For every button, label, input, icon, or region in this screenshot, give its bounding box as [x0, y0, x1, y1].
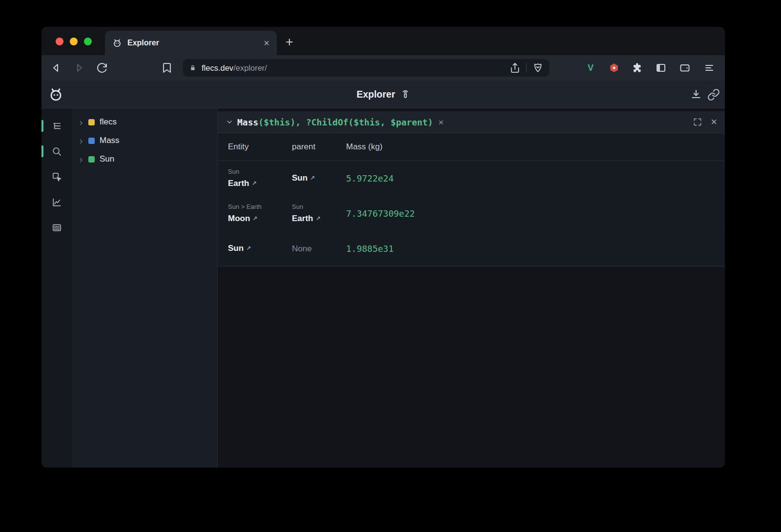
rail-tab-charts[interactable] — [41, 189, 72, 215]
parent-link-label: Sun — [292, 172, 308, 184]
vue-devtools-icon[interactable]: V — [585, 62, 596, 74]
url-bar[interactable]: flecs.dev/explorer/ — [183, 59, 549, 77]
parent-link[interactable]: Earth↗ — [292, 213, 321, 225]
table-row: Sun > EarthMoon↗SunEarth↗7.34767309e22 — [218, 196, 725, 231]
tree-item[interactable]: flecs — [72, 113, 217, 131]
entity-color-swatch — [88, 156, 95, 163]
rail-tab-entity-tree[interactable] — [41, 113, 72, 139]
tree-item-label: Sun — [100, 154, 114, 164]
zoom-window-button[interactable] — [84, 38, 92, 45]
rail-tab-inspector[interactable] — [41, 164, 72, 189]
desktop-background: Explorer × + — [0, 0, 781, 532]
line-chart-icon — [51, 197, 62, 208]
url-path: /explorer/ — [233, 63, 267, 72]
query-text[interactable]: Mass($this), ?ChildOf($this, $parent) — [237, 117, 433, 127]
tree-item[interactable]: Sun — [72, 150, 217, 168]
external-link-arrow-icon: ↗ — [252, 213, 257, 225]
tree-outline-icon — [51, 121, 62, 132]
expand-chevron-icon[interactable] — [78, 138, 84, 143]
entity-path: Sun — [292, 202, 346, 211]
panel-rail — [41, 108, 72, 468]
expand-chevron-icon[interactable] — [78, 156, 84, 162]
query-segment: Mass — [237, 117, 258, 127]
query-segment: ($this), — [258, 117, 306, 127]
external-link-arrow-icon: ↗ — [315, 213, 320, 225]
menu-icon[interactable] — [703, 62, 715, 74]
column-header-parent: parent — [292, 142, 346, 152]
app-header: Explorer — [41, 81, 725, 108]
column-header-mass: Mass (kg) — [346, 142, 725, 152]
parent-cell: Sun↗ — [292, 172, 346, 184]
tree-item[interactable]: Mass — [72, 131, 217, 150]
column-header-entity: Entity — [228, 142, 292, 152]
entity-link-label: Sun — [228, 243, 244, 254]
query-results-body: SunEarth↗Sun↗5.9722e24Sun > EarthMoon↗Su… — [218, 161, 725, 266]
browser-toolbar: flecs.dev/explorer/ V — [41, 55, 725, 81]
mass-value: 1.9885e31 — [346, 244, 394, 254]
back-button[interactable] — [50, 62, 62, 74]
tab-close-icon[interactable]: × — [264, 38, 269, 48]
entity-cell: Sun > EarthMoon↗ — [228, 202, 292, 225]
connection-status-icon — [401, 90, 410, 99]
expand-chevron-icon[interactable] — [78, 119, 84, 125]
external-link-arrow-icon: ↗ — [310, 172, 315, 184]
parent-link[interactable]: Sun↗ — [292, 172, 315, 184]
urlbar-divider — [526, 63, 527, 73]
extensions-puzzle-icon[interactable] — [632, 62, 643, 74]
share-icon[interactable] — [510, 62, 520, 73]
entity-link[interactable]: Moon↗ — [228, 213, 257, 225]
mass-cell: 1.9885e31 — [346, 243, 725, 255]
app-title-group: Explorer — [41, 81, 725, 108]
fullscreen-icon[interactable] — [693, 117, 702, 127]
tree-item-label: flecs — [100, 117, 117, 127]
reload-button[interactable] — [96, 62, 108, 74]
url-text: flecs.dev/explorer/ — [202, 63, 267, 73]
browser-tab[interactable]: Explorer × — [105, 31, 277, 55]
rail-tab-queries[interactable] — [41, 139, 72, 164]
entity-link[interactable]: Sun↗ — [228, 243, 251, 255]
external-link-arrow-icon: ↗ — [246, 243, 251, 254]
brave-shields-icon[interactable] — [533, 62, 543, 73]
tab-bar: Explorer × + — [41, 27, 725, 55]
chevron-down-icon[interactable] — [226, 118, 233, 126]
bookmark-icon[interactable] — [161, 62, 173, 74]
parent-none-value: None — [292, 244, 312, 253]
table-row: Sun↗None1.9885e31 — [218, 231, 725, 266]
wallet-icon[interactable] — [679, 62, 691, 74]
active-panel-indicator — [41, 145, 43, 157]
entity-link[interactable]: Earth↗ — [228, 178, 257, 190]
query-close-icon[interactable]: × — [711, 117, 717, 127]
rail-tab-commands[interactable] — [41, 215, 72, 240]
page-title: Explorer — [356, 89, 395, 100]
mass-cell: 5.9722e24 — [346, 173, 725, 184]
table-header-row: Entity parent Mass (kg) — [218, 133, 725, 161]
mass-value: 7.34767309e22 — [346, 208, 415, 219]
entity-path: Sun — [228, 167, 292, 176]
forward-button[interactable] — [73, 62, 85, 74]
search-icon — [51, 146, 62, 157]
query-clear-icon[interactable]: × — [438, 118, 444, 127]
parent-cell: None — [292, 243, 346, 255]
entity-tree: flecsMassSun — [72, 108, 217, 468]
query-segment: ($this, $parent) — [349, 117, 433, 127]
entity-color-swatch — [88, 138, 95, 144]
link-icon[interactable] — [707, 88, 720, 101]
close-window-button[interactable] — [56, 38, 63, 45]
mass-cell: 7.34767309e22 — [346, 208, 725, 220]
new-tab-button[interactable]: + — [286, 36, 293, 49]
mass-value: 5.9722e24 — [346, 173, 394, 184]
hexagon-extension-icon[interactable] — [608, 62, 620, 74]
download-icon[interactable] — [690, 88, 702, 101]
query-header: Mass($this), ?ChildOf($this, $parent) × — [218, 111, 725, 133]
flecs-favicon-icon — [112, 38, 122, 48]
minimize-window-button[interactable] — [70, 38, 78, 45]
entity-cell: SunEarth↗ — [228, 167, 292, 190]
entity-color-swatch — [88, 119, 95, 125]
url-domain: flecs.dev — [202, 63, 233, 72]
sidebar-toggle-icon[interactable] — [655, 62, 667, 74]
query-segment: ?ChildOf — [306, 117, 349, 127]
inspect-cursor-icon — [51, 171, 62, 183]
entity-cell: Sun↗ — [228, 243, 292, 255]
query-panel: Mass($this), ?ChildOf($this, $parent) × — [218, 111, 725, 266]
window-controls — [56, 38, 92, 45]
